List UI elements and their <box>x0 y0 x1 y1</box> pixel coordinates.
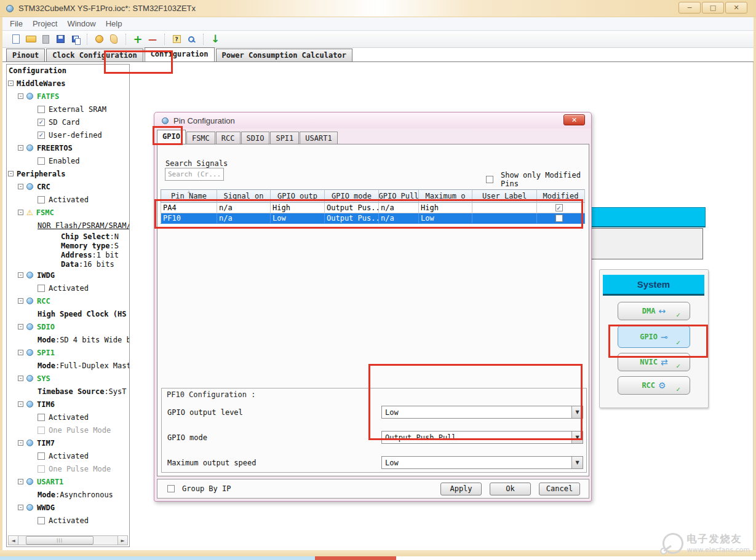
tree-expander-icon[interactable]: - <box>18 184 23 189</box>
tree-item[interactable]: -WWDG <box>7 501 129 514</box>
tree-item[interactable]: Chip Select:N <box>7 232 129 241</box>
chevron-down-icon[interactable]: ▼ <box>571 406 583 418</box>
table-row[interactable]: PA4n/aHighOutput Pus...n/aHigh✓ <box>161 203 585 213</box>
tree-item[interactable]: -⚠FSMC <box>7 206 129 219</box>
save-icon[interactable] <box>54 33 67 46</box>
tree-item[interactable]: External SRAM <box>7 103 129 116</box>
tree-expander-icon[interactable]: - <box>18 350 23 355</box>
tree-item[interactable]: -TIM6 <box>7 398 129 411</box>
dropdown-box[interactable]: Output Push Pull▼ <box>381 431 583 444</box>
plus-icon[interactable]: + <box>131 33 145 46</box>
tree-item[interactable]: -CRC <box>7 180 129 193</box>
dropdown-box[interactable]: Low▼ <box>381 406 583 419</box>
tree-item[interactable]: -IWDG <box>7 269 129 282</box>
dialog-tab-gpio[interactable]: GPIO <box>157 130 186 144</box>
tab-pinout[interactable]: Pinout <box>6 49 45 61</box>
tree-item[interactable]: Enabled <box>7 154 129 167</box>
copy-icon[interactable] <box>39 33 52 46</box>
tree-item[interactable]: Mode:Full-Duplex Maste <box>7 359 129 372</box>
tree-checkbox[interactable] <box>38 157 45 165</box>
tree-checkbox[interactable] <box>38 517 45 524</box>
group-by-ip[interactable]: Group By IP <box>167 484 231 493</box>
tree-checkbox[interactable]: ✓ <box>38 132 45 139</box>
minimize-button[interactable]: ─ <box>678 2 701 14</box>
column-header-signal-on[interactable]: Signal on <box>217 189 271 203</box>
generate-code-icon[interactable]: ↓ <box>209 33 222 46</box>
tree-item[interactable]: Mode:Asynchronous <box>7 488 129 501</box>
tree-link[interactable]: NOR Flash/PSRAM/SRAM/RO <box>38 221 129 230</box>
tree-item[interactable]: Activated <box>7 411 129 424</box>
cancel-button[interactable]: Cancel <box>539 483 580 495</box>
column-header-user-label[interactable]: User Label <box>472 189 537 203</box>
tree-item[interactable]: One Pulse Mode <box>7 462 129 475</box>
tree-checkbox[interactable] <box>38 285 45 292</box>
tree-horizontal-scrollbar[interactable]: ◄ ||| ► <box>8 535 128 545</box>
nvic-system-button[interactable]: NVIC⇄✓ <box>618 353 690 371</box>
tab-clock-configuration[interactable]: Clock Configuration <box>46 49 143 61</box>
config-dropdown[interactable]: Low▼ <box>381 406 583 419</box>
tree-checkbox[interactable]: ✓ <box>38 119 45 126</box>
tree-item[interactable]: Activated <box>7 282 129 294</box>
tree-expander-icon[interactable]: - <box>18 440 23 446</box>
column-header-gpio-mode[interactable]: GPIO mode <box>325 189 379 203</box>
dialog-tab-usart1[interactable]: USART1 <box>300 132 337 144</box>
maximize-button[interactable]: □ <box>702 2 724 14</box>
script-icon[interactable] <box>107 33 121 46</box>
dialog-tab-rcc[interactable]: RCC <box>216 132 241 144</box>
chevron-down-icon[interactable]: ▼ <box>571 432 583 443</box>
tree-item[interactable]: Data:16 bits <box>7 259 129 269</box>
column-header-pin-name[interactable]: ▵Pin Name <box>161 189 217 203</box>
column-header-maximum-o[interactable]: Maximum o <box>419 189 472 203</box>
tree-expander-icon[interactable]: - <box>18 272 23 278</box>
dialog-tab-sdio[interactable]: SDIO <box>241 132 270 144</box>
modified-checkbox[interactable] <box>555 215 563 222</box>
tree-item[interactable]: Timebase Source:SysT <box>7 385 129 398</box>
ok-button[interactable]: Ok <box>490 483 531 495</box>
menu-item-project[interactable]: Project <box>33 19 57 28</box>
tree-expander-icon[interactable]: - <box>18 505 23 510</box>
help-icon[interactable]: ? <box>170 33 183 46</box>
tree-checkbox[interactable] <box>38 452 45 460</box>
scroll-right-arrow-icon[interactable]: ► <box>117 536 127 545</box>
chevron-down-icon[interactable]: ▼ <box>571 457 583 468</box>
tree-expander-icon[interactable]: - <box>8 81 14 86</box>
power-icon[interactable] <box>92 33 106 46</box>
tree-item[interactable]: High Speed Clock (HS <box>7 307 129 320</box>
tree-checkbox[interactable] <box>38 196 45 203</box>
tree-expander-icon[interactable]: - <box>18 145 23 151</box>
tab-configuration[interactable]: Configuration <box>145 47 215 61</box>
tree-item[interactable]: Memory type:S <box>7 241 129 250</box>
tree-item[interactable]: NOR Flash/PSRAM/SRAM/RO <box>7 219 129 232</box>
tree-expander-icon[interactable]: - <box>18 376 23 381</box>
apply-button[interactable]: Apply <box>440 483 482 495</box>
tree-expander-icon[interactable]: - <box>18 298 23 304</box>
tree-checkbox[interactable] <box>38 465 45 473</box>
tree-expander-icon[interactable]: - <box>18 324 23 329</box>
tree-item[interactable]: -SPI1 <box>7 346 129 359</box>
tree-item[interactable]: -TIM7 <box>7 436 129 449</box>
tree-item[interactable]: -RCC <box>7 294 129 307</box>
scroll-thumb[interactable]: ||| <box>26 536 94 545</box>
config-dropdown[interactable]: Low▼ <box>381 456 583 469</box>
tree-item[interactable]: -MiddleWares <box>7 77 129 90</box>
scroll-left-arrow-icon[interactable]: ◄ <box>9 536 18 545</box>
tab-power-consumption-calculator[interactable]: Power Consumption Calculator <box>216 49 352 61</box>
tree-item[interactable]: -FREERTOS <box>7 141 129 154</box>
tree-item[interactable]: Activated <box>7 193 129 206</box>
tree-expander-icon[interactable]: - <box>18 401 23 407</box>
search-info-icon[interactable] <box>185 33 198 46</box>
rcc-system-button[interactable]: RCC⚙✓ <box>618 376 690 395</box>
column-header-gpio-pull[interactable]: GPIO Pull <box>379 189 419 203</box>
menu-item-help[interactable]: Help <box>106 19 122 28</box>
tree-expander-icon[interactable]: - <box>18 210 23 215</box>
tree-expander-icon[interactable]: - <box>18 93 23 99</box>
new-file-icon[interactable] <box>9 33 23 46</box>
tree-item[interactable]: -SYS <box>7 372 129 385</box>
tree-item[interactable]: Activated <box>7 514 129 527</box>
tree-checkbox[interactable] <box>38 106 45 113</box>
save-as-icon[interactable] <box>68 33 82 46</box>
modified-checkbox[interactable]: ✓ <box>555 204 563 211</box>
show-only-modified-checkbox[interactable] <box>486 176 493 183</box>
open-folder-icon[interactable] <box>24 33 38 46</box>
tree-item[interactable]: -FATFS <box>7 90 129 103</box>
